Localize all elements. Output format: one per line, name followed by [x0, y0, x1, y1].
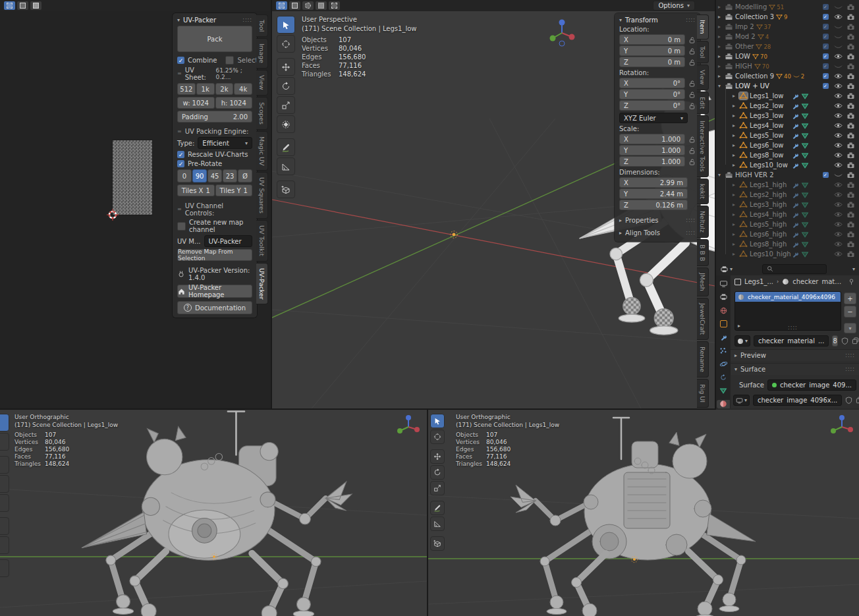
exclude-checkbox[interactable]: ✓ — [823, 53, 829, 59]
eye-icon[interactable] — [834, 240, 843, 248]
camera-visibility-icon[interactable] — [846, 112, 855, 119]
tool-measure[interactable] — [430, 517, 445, 531]
width-field[interactable]: w:1024 — [177, 97, 215, 109]
eye-icon[interactable] — [834, 161, 843, 169]
camera-visibility-icon[interactable] — [846, 240, 855, 248]
camera-visibility-icon[interactable] — [846, 201, 855, 208]
camera-visibility-icon[interactable] — [846, 102, 855, 109]
viewport-sidebar-tab[interactable]: View — [697, 65, 709, 90]
tab-particles[interactable] — [717, 346, 730, 354]
tab-physics[interactable] — [717, 360, 730, 368]
camera-visibility-icon[interactable] — [846, 142, 855, 149]
eye-icon[interactable] — [834, 102, 843, 109]
select-mode-button[interactable] — [329, 1, 340, 10]
copy-icon[interactable] — [852, 337, 859, 345]
exclude-checkbox[interactable]: ✓ — [823, 14, 829, 20]
outliner-collection-row[interactable]: ▸Mod 24✓ — [716, 32, 859, 42]
combine-checkbox[interactable]: ✓ — [177, 57, 184, 64]
tool-add-cube[interactable] — [0, 559, 9, 577]
eye-icon[interactable] — [834, 201, 843, 208]
tab-constraints[interactable] — [717, 373, 730, 381]
eye-closed-icon[interactable] — [834, 3, 843, 11]
outliner-object-row[interactable]: ▸ Legs3_low — [716, 111, 859, 121]
outliner-object-row[interactable]: ▸ Legs1_low — [716, 91, 859, 101]
fake-user-shield-icon[interactable] — [845, 397, 852, 404]
tool-cursor[interactable] — [0, 433, 9, 451]
navigation-gizmo[interactable] — [829, 414, 855, 440]
material-browse-dropdown[interactable]: ▾ — [734, 335, 750, 347]
lock-icon[interactable] — [688, 36, 696, 43]
size-button[interactable]: 1k — [196, 83, 215, 95]
eye-closed-icon[interactable] — [834, 63, 843, 70]
rotation-button[interactable]: 45 — [208, 169, 222, 182]
image-name-field[interactable]: checker_image_4096x... — [753, 395, 842, 406]
rotation-button[interactable]: 0 — [177, 169, 192, 182]
viewport-sidebar-tab[interactable]: Neltulz — [697, 206, 709, 238]
tool-rotate[interactable] — [277, 77, 295, 95]
tool-scale[interactable] — [0, 494, 9, 512]
uv-select-vertex-button[interactable] — [4, 1, 15, 10]
eye-icon[interactable] — [834, 13, 843, 20]
uv-sidebar-tab[interactable]: View — [256, 70, 268, 96]
lock-icon[interactable] — [688, 47, 696, 55]
viewport-sidebar-tab[interactable]: JMesh — [697, 267, 709, 296]
select-box-button[interactable] — [289, 1, 300, 10]
lock-icon[interactable] — [688, 147, 696, 154]
align-tools-expand-icon[interactable]: ▸ — [619, 230, 622, 236]
size-button[interactable]: 2k — [215, 83, 234, 95]
eye-closed-icon[interactable] — [834, 23, 843, 30]
eye-icon[interactable] — [834, 112, 843, 119]
uv-map-field[interactable]: UV-Packer — [204, 235, 252, 247]
exclude-checkbox[interactable]: ✓ — [823, 172, 829, 178]
tab-data[interactable] — [717, 386, 730, 395]
outliner-object-row[interactable]: ▸ Legs2_high — [716, 190, 859, 200]
tool-measure[interactable] — [277, 157, 295, 175]
image-browse-dropdown[interactable]: ▾ — [733, 395, 750, 406]
rotation-x-field[interactable]: X0° — [619, 78, 685, 88]
slot-specials-dropdown[interactable]: ▾ — [844, 323, 856, 333]
tab-object[interactable] — [717, 320, 730, 328]
location-z-field[interactable]: Z0 m — [619, 57, 685, 67]
camera-visibility-icon[interactable] — [846, 171, 855, 179]
uv-sidebar-tab[interactable]: UV Squares — [256, 172, 268, 219]
uv-select-edge-button[interactable] — [17, 1, 28, 10]
camera-visibility-icon[interactable] — [846, 63, 855, 70]
outliner-object-row[interactable]: ▸ Legs4_low — [716, 121, 859, 130]
exclude-checkbox[interactable]: ✓ — [823, 24, 829, 30]
uv-sidebar-tab[interactable]: Image — [256, 38, 268, 69]
camera-visibility-icon[interactable] — [846, 33, 855, 40]
sun-light-icon[interactable] — [630, 555, 639, 564]
viewport-main[interactable]: Options▾ User Perspective (171) Scene Co… — [272, 0, 716, 410]
viewport-sidebar-tab[interactable]: B B B — [697, 239, 709, 267]
tiles-y-field[interactable]: Tiles Y1 — [215, 184, 253, 196]
lock-icon[interactable] — [688, 102, 696, 109]
uv-sidebar-tab[interactable]: Scopes — [256, 97, 268, 130]
eye-closed-icon[interactable] — [834, 43, 843, 50]
outliner-collection-row[interactable]: ▾HIGH VER 2✓ — [716, 170, 859, 180]
camera-visibility-icon[interactable] — [846, 152, 855, 159]
slot-add-button[interactable]: + — [844, 293, 856, 304]
tool-add-cube[interactable] — [277, 181, 295, 198]
panel-collapse-icon[interactable]: ▾ — [177, 17, 180, 23]
camera-visibility-icon[interactable] — [846, 92, 855, 99]
outliner-collection-row[interactable]: ▸Other28✓ — [716, 42, 859, 51]
uv-texture-image[interactable] — [113, 140, 152, 215]
pack-button[interactable]: Pack — [177, 26, 252, 52]
material-name-field[interactable]: checker_material_... — [754, 335, 829, 347]
eye-icon[interactable] — [834, 250, 843, 258]
outliner-object-row[interactable]: ▸ Legs10_high — [716, 249, 859, 259]
size-button[interactable]: 512 — [177, 83, 196, 95]
tool-measure[interactable] — [0, 536, 9, 554]
surface-shader-button[interactable]: checker_image_409... — [767, 379, 856, 391]
fake-user-shield-icon[interactable] — [841, 337, 848, 345]
viewport-sidebar-tab[interactable]: Edit — [697, 92, 709, 114]
rotation-y-field[interactable]: Y0° — [619, 89, 685, 99]
eye-icon[interactable] — [834, 132, 843, 139]
homepage-button[interactable]: UV-Packer Homepage — [177, 285, 252, 298]
camera-visibility-icon[interactable] — [846, 13, 855, 20]
lock-icon[interactable] — [688, 80, 696, 87]
location-x-field[interactable]: X0 m — [619, 34, 685, 45]
tool-rotate[interactable] — [0, 475, 9, 493]
navigation-gizmo[interactable] — [547, 18, 576, 47]
camera-visibility-icon[interactable] — [846, 161, 855, 169]
